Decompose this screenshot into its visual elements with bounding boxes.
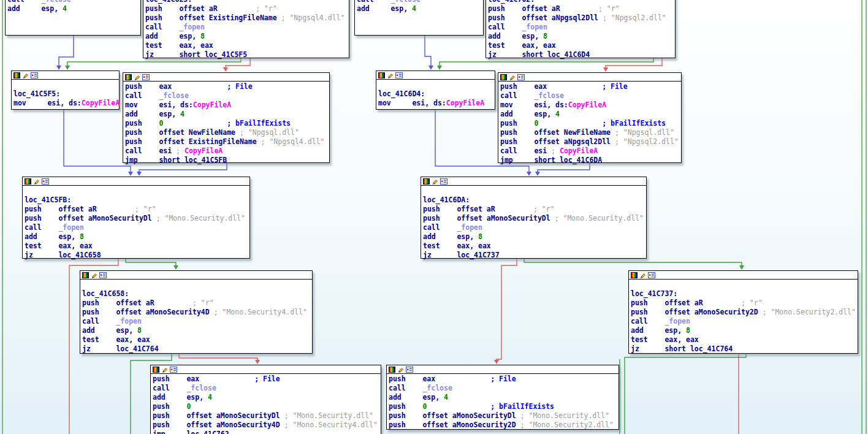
asm-line[interactable]: push 0 ; bFailIfExists bbox=[389, 402, 617, 411]
node-screen-icon[interactable] bbox=[42, 178, 49, 185]
asm-line[interactable]: push eax ; File bbox=[500, 82, 679, 91]
asm-line[interactable]: test eax, eax bbox=[82, 335, 310, 345]
asm-line[interactable]: push offset aMonoSecurity2D ; "Mono.Secu… bbox=[631, 308, 856, 317]
asm-line[interactable]: push offset aMonoSecurityDl ; "Mono.Secu… bbox=[153, 411, 379, 421]
basic-block-blk-loc_41C737[interactable]: loc_41C737:push offset aR ; "r"push offs… bbox=[628, 270, 858, 354]
asm-line[interactable]: add esp, 8 bbox=[488, 32, 673, 41]
asm-line[interactable]: mov esi, ds:CopyFileA bbox=[125, 101, 327, 110]
asm-line[interactable]: loc_41C625: bbox=[145, 0, 347, 4]
basic-block-blk-copy-npgsql2[interactable]: push eax ; Filecall _fclosemov esi, ds:C… bbox=[498, 72, 682, 163]
asm-line[interactable]: push offset NewFileName ; "Npgsql.dll" bbox=[125, 128, 327, 137]
asm-line[interactable]: call esi ; CopyFileA bbox=[500, 147, 679, 156]
asm-line[interactable]: push offset aR ; "r" bbox=[82, 299, 310, 308]
node-screen-icon[interactable] bbox=[517, 74, 525, 80]
asm-line[interactable]: call _fopen bbox=[82, 317, 310, 326]
asm-line[interactable]: call _fclose bbox=[357, 0, 481, 4]
asm-line[interactable] bbox=[13, 80, 117, 89]
node-screen-icon[interactable] bbox=[170, 367, 177, 373]
asm-line[interactable]: push eax ; File bbox=[389, 375, 617, 384]
asm-line[interactable]: loc_41C5F5: bbox=[13, 89, 117, 99]
node-pencil-icon[interactable] bbox=[387, 72, 394, 78]
asm-line[interactable]: add esp, 4 bbox=[389, 393, 617, 402]
asm-line[interactable]: test eax, eax bbox=[145, 41, 347, 50]
asm-line[interactable]: push offset aNpgsql2Dll ; "Npgsql2.dll" bbox=[488, 13, 673, 23]
node-screen-icon[interactable] bbox=[395, 72, 403, 78]
asm-line[interactable]: push offset aMonoSecurity2D ; "Mono.Secu… bbox=[389, 421, 617, 430]
asm-line[interactable]: push 0 ; bFailIfExists bbox=[125, 119, 327, 128]
node-screen-icon[interactable] bbox=[31, 72, 38, 78]
node-pencil-icon[interactable] bbox=[432, 178, 438, 185]
asm-line[interactable]: jmp short loc_41C5FB bbox=[125, 156, 327, 165]
node-screen-icon[interactable] bbox=[648, 272, 655, 278]
node-screen-icon[interactable] bbox=[142, 74, 150, 80]
asm-line[interactable]: loc_41C702: bbox=[488, 0, 673, 4]
graph-canvas[interactable]: call _fcloseadd esp, 4loc_41C625:push of… bbox=[0, 0, 868, 434]
node-color-icon[interactable] bbox=[153, 367, 159, 373]
node-color-icon[interactable] bbox=[13, 72, 20, 78]
asm-line[interactable]: jz short loc_41C6D4 bbox=[488, 50, 673, 59]
asm-line[interactable]: add esp, 4 bbox=[125, 110, 327, 119]
asm-line[interactable]: push offset NewFileName ; "Npgsql.dll" bbox=[500, 128, 679, 137]
basic-block-blk-top-mid[interactable]: call _fcloseadd esp, 4 bbox=[354, 0, 484, 36]
asm-line[interactable] bbox=[357, 23, 481, 32]
asm-line[interactable]: add esp, 8 bbox=[25, 232, 248, 242]
asm-line[interactable]: add esp, 8 bbox=[82, 326, 310, 335]
node-color-icon[interactable] bbox=[378, 72, 385, 78]
asm-line[interactable]: push offset aMonoSecurityDl ; "Mono.Secu… bbox=[25, 214, 248, 223]
asm-line[interactable]: push offset aR ; "r" bbox=[488, 4, 673, 13]
asm-line[interactable]: push 0 ; bFailIfExists bbox=[500, 119, 679, 128]
node-pencil-icon[interactable] bbox=[639, 272, 646, 278]
asm-line[interactable]: push offset aMonoSecurityDl ; "Mono.Secu… bbox=[423, 214, 644, 223]
asm-line[interactable]: push 0 bbox=[153, 402, 379, 411]
asm-line[interactable]: push offset ExistingFileName ; "Npgsql4.… bbox=[125, 137, 327, 147]
node-color-icon[interactable] bbox=[423, 178, 430, 185]
asm-line[interactable]: loc_41C737: bbox=[631, 289, 856, 299]
asm-line[interactable]: mov esi, ds:CopyFileA bbox=[378, 99, 493, 108]
asm-line[interactable] bbox=[7, 23, 139, 32]
basic-block-blk-loc_41C5F5[interactable]: loc_41C5F5:mov esi, ds:CopyFileA bbox=[11, 70, 120, 110]
asm-line[interactable]: call _fopen bbox=[488, 23, 673, 32]
basic-block-blk-loc_41C6DA[interactable]: loc_41C6DA:push offset aR ; "r"push offs… bbox=[421, 177, 647, 259]
asm-line[interactable]: call _fopen bbox=[145, 23, 347, 32]
node-titlebar[interactable] bbox=[376, 71, 495, 80]
asm-line[interactable]: test eax, eax bbox=[25, 242, 248, 251]
asm-line[interactable]: jz loc_41C764 bbox=[82, 345, 310, 354]
asm-line[interactable]: mov esi, ds:CopyFileA bbox=[13, 99, 117, 108]
node-titlebar[interactable] bbox=[629, 271, 858, 280]
asm-line[interactable]: push offset aR ; "r" bbox=[423, 205, 644, 214]
asm-line[interactable]: mov esi, ds:CopyFileA bbox=[500, 101, 679, 110]
asm-line[interactable]: push eax ; File bbox=[153, 375, 379, 384]
asm-line[interactable] bbox=[357, 13, 481, 23]
asm-line[interactable]: push offset aR ; "r" bbox=[145, 4, 347, 13]
node-color-icon[interactable] bbox=[25, 178, 31, 185]
node-titlebar[interactable] bbox=[80, 271, 312, 280]
asm-line[interactable]: push eax ; File bbox=[125, 82, 327, 91]
asm-line[interactable]: test eax, eax bbox=[631, 335, 856, 345]
node-color-icon[interactable] bbox=[82, 272, 89, 278]
basic-block-blk-loc_41C6D4[interactable]: loc_41C6D4:mov esi, ds:CopyFileA bbox=[376, 70, 495, 110]
asm-line[interactable] bbox=[25, 186, 248, 196]
asm-line[interactable] bbox=[7, 13, 139, 23]
node-screen-icon[interactable] bbox=[440, 178, 447, 185]
asm-line[interactable]: push offset aMonoSecurityDl ; "Mono.Secu… bbox=[389, 411, 617, 421]
node-color-icon[interactable] bbox=[125, 74, 132, 80]
asm-line[interactable] bbox=[82, 280, 310, 289]
node-screen-icon[interactable] bbox=[406, 367, 413, 373]
basic-block-blk-copy-security2[interactable]: push eax ; Filecall _fcloseadd esp, 4pus… bbox=[386, 365, 619, 430]
asm-line[interactable]: jz loc_41C737 bbox=[423, 251, 644, 260]
asm-line[interactable]: loc_41C6DA: bbox=[423, 196, 644, 205]
asm-line[interactable] bbox=[423, 186, 644, 196]
asm-line[interactable]: loc_41C6D4: bbox=[378, 89, 493, 99]
asm-line[interactable]: add esp, 4 bbox=[357, 4, 481, 13]
node-pencil-icon[interactable] bbox=[22, 72, 29, 78]
asm-line[interactable]: jmp short loc_41C6DA bbox=[500, 156, 679, 165]
asm-line[interactable]: loc_41C5FB: bbox=[25, 196, 248, 205]
asm-line[interactable]: push offset aR ; "r" bbox=[631, 299, 856, 308]
basic-block-blk-loc_41C658[interactable]: loc_41C658:push offset aR ; "r"push offs… bbox=[80, 270, 313, 354]
asm-line[interactable]: call _fclose bbox=[500, 91, 679, 101]
node-titlebar[interactable] bbox=[498, 73, 681, 82]
asm-line[interactable]: test eax, eax bbox=[488, 41, 673, 50]
basic-block-blk-loc_41C702[interactable]: loc_41C702:push offset aR ; "r"push offs… bbox=[485, 0, 676, 58]
asm-line[interactable]: call _fopen bbox=[25, 223, 248, 232]
asm-line[interactable]: push offset aNpgsql2Dll ; "Npgsql2.dll" bbox=[500, 137, 679, 147]
